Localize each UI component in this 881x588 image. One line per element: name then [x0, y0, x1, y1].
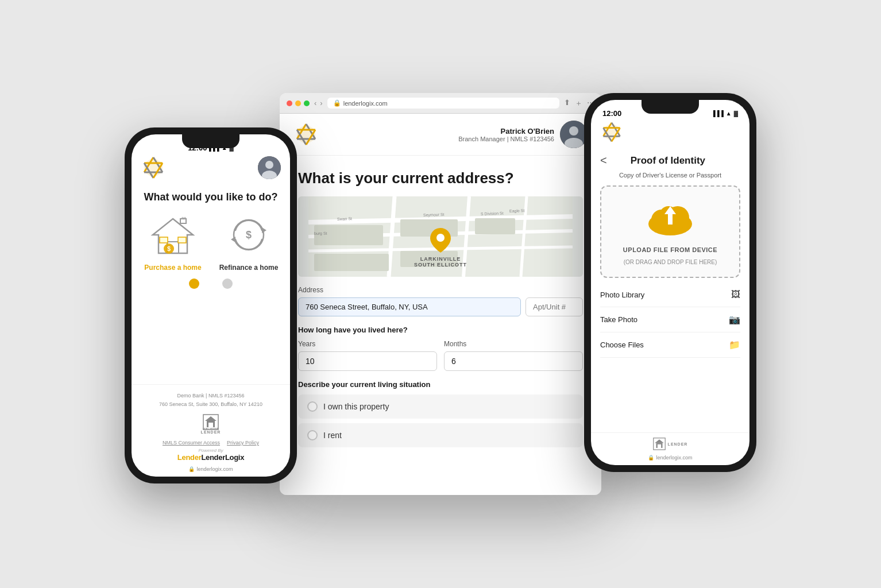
logo-right-wrap — [591, 121, 749, 148]
logo-left — [141, 155, 166, 180]
svg-text:Swan St: Swan St — [337, 216, 352, 221]
proof-header: < Proof of Identity — [591, 148, 749, 172]
address-row — [298, 297, 583, 316]
upload-options: Photo Library 🖼 Take Photo 📷 Choose File… — [591, 278, 749, 358]
upload-zone[interactable]: UPLOAD FILE FROM DEVICE (OR DRAG AND DRO… — [600, 185, 740, 278]
photo-library-label: Photo Library — [600, 291, 644, 299]
svg-marker-19 — [231, 237, 235, 242]
duration-row: Years Months — [298, 340, 583, 371]
radio-own-text: I own this property — [323, 402, 389, 411]
add-tab-icon[interactable]: ＋ — [575, 98, 582, 109]
proof-subtitle: Copy of Driver's License or Passport — [591, 172, 749, 185]
months-label: Months — [444, 340, 583, 348]
refinance-svg: $ — [223, 213, 275, 259]
option-choose-files[interactable]: Choose Files 📁 — [600, 332, 740, 358]
agent-text: Patrick O'Brien Branch Manager | NMLS #1… — [458, 127, 554, 142]
svg-point-34 — [569, 126, 578, 136]
notch-left — [182, 134, 239, 148]
privacy-link[interactable]: Privacy Policy — [227, 440, 259, 446]
svg-text:S Division St: S Division St — [481, 211, 504, 216]
forward-nav-icon[interactable]: › — [320, 99, 322, 107]
minimize-dot[interactable] — [295, 100, 301, 106]
upload-main-text: UPLOAD FILE FROM DEVICE — [623, 246, 717, 253]
browser-content: What is your current address? — [280, 156, 601, 495]
option-purchase[interactable]: $ Purchase a home — [141, 213, 205, 272]
svg-point-54 — [436, 234, 445, 242]
back-nav-icon[interactable]: ‹ — [314, 99, 316, 107]
status-time-right: 12:00 — [602, 109, 621, 118]
bank-info: Demo Bank | NMLS #123456 760 Seneca St, … — [159, 392, 262, 408]
logo-svg-browser — [293, 122, 319, 147]
status-icons-right: ▐▐▐ ▲ ▓ — [712, 110, 738, 117]
months-input[interactable] — [444, 351, 583, 371]
close-dot[interactable] — [287, 100, 292, 106]
browser-chrome: ‹ › 🔒 lenderlogix.com ⬆ ＋ ⋯ — [280, 93, 601, 114]
equal-housing-icon: EQUAL HOUSING — [203, 414, 219, 430]
choose-files-label: Choose Files — [600, 341, 644, 349]
phone-right-content: 12:00 ▐▐▐ ▲ ▓ — [591, 100, 749, 465]
duration-label: How long have you lived here? — [298, 326, 583, 334]
logo-browser — [293, 122, 319, 147]
signal-icon-right: ▐▐▐ — [712, 110, 724, 117]
option-take-photo[interactable]: Take Photo 📷 — [600, 307, 740, 332]
svg-rect-46 — [314, 254, 389, 271]
option-refinance[interactable]: $ Refinance a home — [217, 213, 281, 272]
nmls-link[interactable]: NMLS Consumer Access — [163, 440, 220, 446]
radio-inactive[interactable] — [222, 278, 233, 289]
lender-text-right: LENDER — [668, 442, 688, 446]
svg-marker-68 — [655, 439, 664, 443]
lender-text: LENDER — [201, 430, 221, 434]
lock-icon-right: 🔒 — [648, 455, 654, 461]
radio-active[interactable] — [189, 278, 199, 289]
maximize-dot[interactable] — [304, 100, 310, 106]
phone-left-content: 12:00 ▐▐▐ ▲ ▓ — [132, 134, 290, 477]
browser-window: ‹ › 🔒 lenderlogix.com ⬆ ＋ ⋯ — [280, 93, 601, 495]
house-icon: $ — [147, 213, 199, 259]
url-bar-phone-left: 🔒 lenderlogix.com — [188, 466, 233, 472]
agent-avatar-svg — [560, 121, 588, 148]
proof-title: Proof of Identity — [612, 155, 724, 167]
svg-rect-12 — [160, 237, 168, 243]
equal-lender-badge: EQUAL HOUSING LENDER — [201, 414, 221, 434]
phone-header-left — [132, 155, 290, 186]
take-photo-icon: 📷 — [729, 314, 740, 325]
svg-point-8 — [265, 161, 273, 169]
lock-icon-left: 🔒 — [188, 466, 195, 472]
radio-rent[interactable]: I rent — [298, 423, 583, 447]
phone-footer-left: Demo Bank | NMLS #123456 760 Seneca St, … — [132, 384, 290, 477]
lock-icon-browser: 🔒 — [333, 99, 341, 107]
svg-marker-22 — [205, 416, 217, 421]
svg-text:$: $ — [246, 229, 252, 241]
map-area: Swan St Seymour St S Division St Eagle S… — [298, 196, 583, 277]
options-row: $ Purchase a home — [132, 213, 290, 272]
brand-name-left: LenderLenderLogix — [177, 453, 244, 462]
url-bar-right: 🔒 lenderlogix.com — [648, 455, 692, 461]
battery-icon-right: ▓ — [734, 110, 738, 117]
upload-sub-text: (OR DRAG AND DROP FILE HERE) — [624, 259, 717, 265]
refinance-icon: $ — [223, 213, 275, 259]
phone-right: 12:00 ▐▐▐ ▲ ▓ — [584, 93, 756, 472]
years-input[interactable] — [298, 351, 437, 371]
logo-svg-right — [600, 121, 623, 144]
phone-right-footer: LENDER 🔒 lenderlogix.com — [591, 432, 749, 465]
svg-rect-13 — [178, 237, 186, 243]
browser-header-bar: Patrick O'Brien Branch Manager | NMLS #1… — [280, 114, 601, 156]
years-label: Years — [298, 340, 437, 348]
radio-own[interactable]: I own this property — [298, 394, 583, 419]
share-icon[interactable]: ⬆ — [564, 98, 570, 109]
photo-library-icon: 🖼 — [731, 289, 740, 300]
choose-files-icon: 📁 — [729, 339, 740, 350]
situation-label: Describe your current living situation — [298, 380, 583, 389]
svg-rect-45 — [475, 218, 515, 234]
purchase-label: Purchase a home — [144, 264, 201, 272]
map-label: LARKINVILLE SOUTH ELLICOTT — [414, 256, 467, 268]
purchase-icon: $ — [147, 213, 199, 259]
logo-svg-left — [141, 155, 166, 180]
address-input[interactable] — [298, 297, 521, 316]
apt-input[interactable] — [525, 297, 583, 316]
agent-name: Patrick O'Brien — [458, 127, 554, 136]
option-photo-library[interactable]: Photo Library 🖼 — [600, 283, 740, 307]
browser-url-bar[interactable]: 🔒 lenderlogix.com — [327, 98, 559, 109]
back-button[interactable]: < — [600, 154, 607, 167]
agent-title: Branch Manager | NMLS #123456 — [458, 136, 554, 142]
